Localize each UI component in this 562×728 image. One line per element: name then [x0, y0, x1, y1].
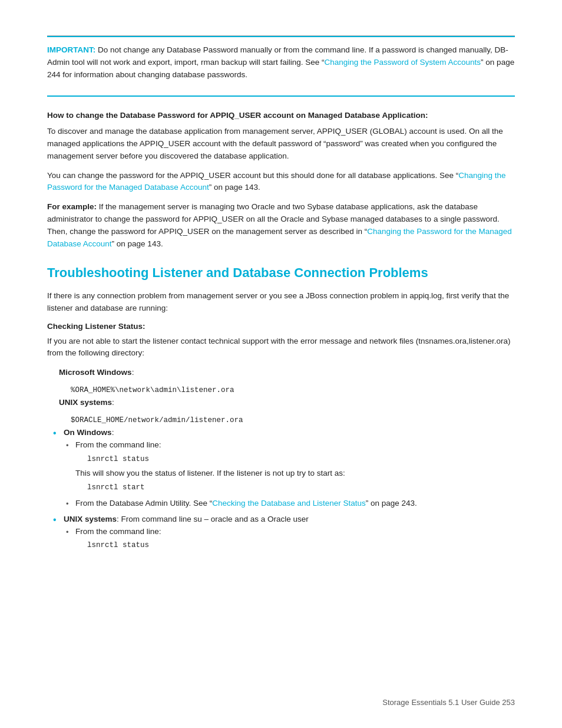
unix-bullet1: From the command line: — [75, 527, 161, 536]
para3-post: ” on page 143. — [112, 239, 163, 248]
unix-code: $ORACLE_HOME/network/admin/listener.ora — [71, 416, 515, 424]
ms-windows-bold: Microsoft Windows — [59, 368, 132, 377]
windows-code2: lsnrctl start — [87, 482, 515, 493]
system-accounts-link[interactable]: Changing the Password of System Accounts — [324, 58, 481, 67]
page: IMPORTANT: Do not change any Database Pa… — [0, 0, 562, 728]
on-windows-item: On Windows: From the command line: lsnrc… — [64, 427, 515, 509]
unix-sub-list: From the command line: lsnrctl status — [75, 526, 515, 552]
windows-note: This will show you the status of listene… — [75, 469, 345, 477]
appiq-section-heading: How to change the Database Password for … — [47, 111, 515, 120]
important-label: IMPORTANT: — [47, 45, 95, 54]
windows-bullet2-pre: From the Database Admin Utility. See “ — [75, 499, 212, 508]
para1: To discover and manage the database appl… — [47, 126, 515, 163]
footer: Storage Essentials 5.1 User Guide 253 — [382, 698, 515, 707]
checking-text: If you are not able to start the listene… — [47, 335, 515, 360]
footer-text: Storage Essentials 5.1 User Guide 253 — [382, 698, 515, 707]
para3: For example: If the management server is… — [47, 201, 515, 251]
for-example-label: For example: — [47, 202, 97, 211]
db-listener-status-link[interactable]: Checking the Database and Listener Statu… — [212, 499, 365, 508]
checking-listener-heading: Checking Listener Status: — [47, 322, 515, 331]
para2-post: ” on page 143. — [209, 183, 260, 192]
para2: You can change the password for the APPI… — [47, 170, 515, 195]
unix-systems-text: : From command line su – oracle and as a… — [117, 515, 309, 523]
unix-systems-item: UNIX systems: From command line su – ora… — [64, 513, 515, 552]
unix-label: UNIX systems — [59, 398, 112, 407]
main-section-heading: Troubleshooting Listener and Database Co… — [47, 265, 515, 282]
ms-windows-code: %ORA_HOME%\network\admin\listener.ora — [71, 386, 515, 394]
important-paragraph: IMPORTANT: Do not change any Database Pa… — [47, 44, 515, 81]
on-windows-label: On Windows — [64, 428, 112, 437]
windows-unix-list: On Windows: From the command line: lsnrc… — [64, 427, 515, 552]
windows-bullet2-post: ” on page 243. — [366, 499, 417, 508]
section2-intro: If there is any connection problem from … — [47, 290, 515, 315]
unix-code3: lsnrctl status — [87, 540, 515, 551]
windows-sub-item-2: From the Database Admin Utility. See “Ch… — [75, 498, 515, 510]
windows-code1: lsnrctl status — [87, 454, 515, 465]
windows-sub-list: From the command line: lsnrctl status Th… — [75, 439, 515, 510]
unix-label-line: UNIX systems: — [59, 397, 515, 409]
unix-systems-label: UNIX systems — [64, 515, 117, 523]
windows-sub-item-1: From the command line: lsnrctl status Th… — [75, 439, 515, 494]
unix-sub-item-1: From the command line: lsnrctl status — [75, 526, 515, 552]
ms-windows-label: Microsoft Windows: — [59, 367, 515, 379]
windows-bullet1-pre: From the command line: — [75, 440, 161, 449]
important-box: IMPORTANT: Do not change any Database Pa… — [47, 36, 515, 97]
para2-pre: You can change the password for the APPI… — [47, 171, 458, 180]
ms-windows-block: Microsoft Windows: %ORA_HOME%\network\ad… — [59, 367, 515, 424]
